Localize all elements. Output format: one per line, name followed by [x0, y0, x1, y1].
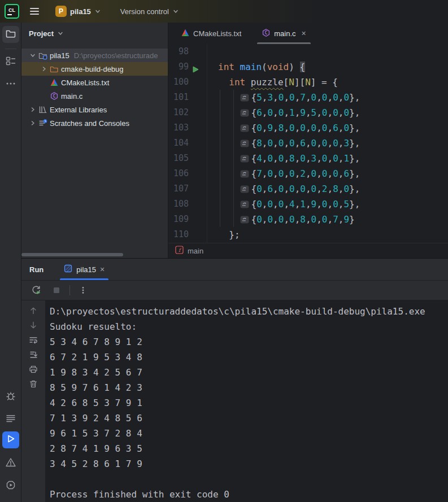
tool-stripe-problems-button[interactable] [2, 455, 19, 472]
inlay-hint-icon[interactable] [240, 121, 249, 137]
arrow-down-button[interactable] [26, 320, 41, 333]
tree-item-scratches-and-consoles[interactable]: Scratches and Consoles [21, 116, 168, 130]
console-line: 9 6 1 5 3 7 2 8 4 [50, 426, 448, 441]
editor-area: CMakeLists.txt C main.c × 9899int main(v… [168, 23, 448, 258]
chevron-right-icon[interactable] [40, 64, 49, 73]
console-line: 2 8 7 4 1 9 6 3 5 [50, 441, 448, 456]
tree-item-label: CMakeLists.txt [61, 78, 109, 87]
tool-stripe-project-button[interactable] [2, 26, 19, 43]
code-text: {0,9,8,0,0,0,0,6,0}, [218, 120, 360, 137]
vcs-widget[interactable]: Version control [116, 5, 184, 18]
tree-item-cmake-build-debug[interactable]: cmake-build-debug [21, 62, 168, 76]
trash-icon [29, 379, 38, 391]
line-number: 106 [168, 166, 189, 181]
console-line: 1 9 8 3 4 2 5 6 7 [50, 365, 448, 380]
tool-stripe-structure-button[interactable] [2, 54, 19, 71]
run-panel-title: Run [29, 265, 44, 274]
line-number: 104 [168, 136, 189, 151]
tool-stripe-run-button[interactable] [2, 431, 19, 448]
problems-icon [5, 457, 16, 470]
run-tab-pila15[interactable]: pila15 × [58, 259, 110, 280]
console-line: 5 3 4 6 7 8 9 1 2 [50, 334, 448, 350]
svg-text:f: f [179, 247, 182, 253]
project-widget[interactable]: P pila15 [51, 3, 106, 19]
line-number: 110 [168, 227, 189, 242]
inlay-hint-icon[interactable] [240, 91, 249, 106]
tree-item-external-libraries[interactable]: External Libraries [21, 103, 168, 116]
run-toolbar [21, 281, 448, 300]
tool-stripe-more-button[interactable] [2, 76, 19, 93]
breadcrumb-label: main [188, 247, 203, 255]
close-tab-icon[interactable]: × [100, 265, 105, 274]
inlay-hint-icon[interactable] [240, 213, 249, 228]
print-button[interactable] [26, 364, 41, 377]
code-text: }; [218, 227, 240, 242]
tab-cmakelists[interactable]: CMakeLists.txt [175, 23, 247, 44]
chevron-down-icon [94, 8, 101, 15]
code-line-98: 98 [168, 44, 448, 59]
console-output[interactable]: D:\proyectos\estructuraddedatos\c\pila15… [45, 300, 448, 502]
chevron-right-icon[interactable] [28, 119, 37, 128]
arrow-up-button[interactable] [26, 305, 41, 318]
inlay-hint-icon[interactable] [240, 137, 249, 152]
more-icon [5, 78, 16, 91]
inlay-hint-icon[interactable] [240, 198, 249, 213]
code-text: {6,0,0,1,9,5,0,0,0}, [218, 105, 360, 121]
vcs-label: Version control [120, 7, 169, 16]
close-tab-icon[interactable]: × [302, 29, 306, 37]
run-tab-label: pila15 [76, 265, 96, 274]
scratches-icon [38, 119, 47, 128]
tree-item-cmakelists-txt[interactable]: CMakeLists.txt [21, 76, 168, 89]
inlay-hint-icon[interactable] [240, 152, 249, 167]
console-line: Process finished with exit code 0 [50, 487, 448, 502]
svg-text:C: C [53, 94, 56, 99]
tool-stripe-debug-button[interactable] [2, 388, 19, 405]
code-line-100: 100 int puzzle[N][N] = { [168, 75, 448, 90]
run-configuration-icon [64, 264, 72, 275]
breadcrumb[interactable]: f main [168, 243, 448, 258]
code-line-104: 104 {8,0,0,0,6,0,0,0,3}, [168, 136, 448, 151]
console-line: D:\proyectos\estructuraddedatos\c\pila15… [50, 304, 448, 319]
project-badge: P [55, 6, 67, 17]
inlay-hint-icon[interactable] [240, 182, 249, 198]
main-menu-button[interactable] [26, 3, 43, 20]
chevron-right-icon[interactable] [28, 105, 37, 114]
arrow-down-icon [29, 321, 38, 332]
code-line-106: 106 {7,0,0,0,2,0,0,0,6}, [168, 166, 448, 181]
library-icon [38, 105, 47, 114]
tree-item-main-c[interactable]: Cmain.c [21, 89, 168, 103]
project-view-title: Project [29, 29, 54, 38]
code-line-105: 105 {4,0,0,8,0,3,0,0,1}, [168, 151, 448, 166]
tab-main-c[interactable]: C main.c × [256, 23, 311, 44]
soft-wrap-button[interactable] [26, 334, 41, 348]
stop-button[interactable] [49, 283, 64, 298]
more-options-button[interactable] [76, 283, 90, 298]
code-line-99: 99int main(void) { [168, 59, 448, 75]
cmake-icon [181, 28, 190, 39]
code-editor[interactable]: 9899int main(void) {100 int puzzle[N][N]… [168, 44, 448, 243]
trash-button[interactable] [26, 378, 41, 392]
scroll-end-button[interactable] [26, 349, 41, 363]
tree-item-pila15[interactable]: pila15D:\proyectos\estructurade [21, 49, 168, 62]
project-view-selector[interactable]: Project [21, 23, 168, 44]
project-folder-icon [38, 51, 47, 60]
inlay-hint-icon[interactable] [240, 106, 249, 121]
tree-item-label: External Libraries [50, 106, 107, 114]
code-line-109: 109 {0,0,0,0,8,0,0,7,9} [168, 212, 448, 227]
code-line-110: 110 }; [168, 227, 448, 242]
arrow-up-icon [29, 306, 38, 317]
tree-item-label: Scratches and Consoles [50, 119, 129, 128]
tab-label: main.c [274, 29, 295, 38]
tool-stripe-services-button[interactable] [2, 478, 19, 495]
inlay-hint-icon[interactable] [240, 167, 249, 182]
rerun-button[interactable] [29, 283, 44, 298]
title-bar: CL P pila15 Version control [0, 0, 448, 23]
build-folder-icon [50, 64, 59, 73]
horizontal-scrollbar-thumb[interactable] [21, 253, 123, 256]
run-icon [5, 433, 16, 447]
structure-icon [5, 55, 16, 69]
function-icon: f [175, 246, 184, 256]
chevron-down-icon[interactable] [28, 51, 37, 60]
scroll-end-icon [29, 350, 38, 361]
tool-stripe-todo-button[interactable] [2, 411, 19, 428]
